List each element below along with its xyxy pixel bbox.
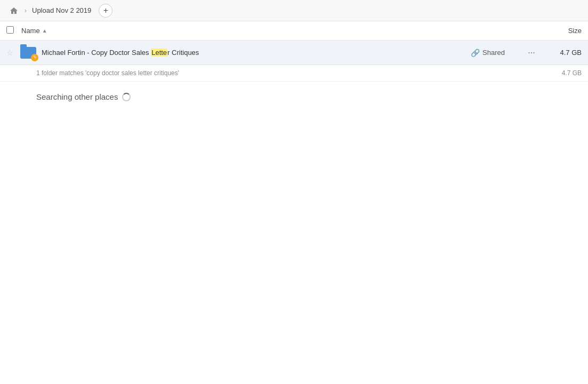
size-column-label: Size — [568, 27, 582, 35]
link-icon: 🔗 — [471, 49, 480, 57]
searching-row: Searching other places — [0, 82, 588, 107]
shared-badge: 🔗 Shared — [471, 49, 524, 57]
searching-label: Searching other places — [36, 92, 118, 101]
select-all-checkbox[interactable] — [6, 26, 14, 34]
file-name-before: Michael Fortin - Copy Doctor Sales — [42, 49, 151, 57]
file-name-after: r Critiques — [167, 49, 199, 57]
star-icon[interactable]: ☆ — [6, 49, 19, 57]
match-count-size: 4.7 GB — [562, 69, 582, 77]
breadcrumb-separator: › — [23, 7, 28, 14]
shared-label: Shared — [482, 49, 505, 57]
match-count-text: 1 folder matches 'copy doctor sales lett… — [36, 69, 179, 77]
file-name: Michael Fortin - Copy Doctor Sales Lette… — [42, 49, 471, 57]
name-column-header[interactable]: Name ▲ — [21, 27, 528, 35]
name-column-label: Name — [21, 27, 40, 35]
folder-icon: ✎ — [19, 44, 37, 62]
loading-spinner — [122, 93, 131, 101]
folder-tab — [20, 44, 27, 47]
folder-pencil-icon: ✎ — [31, 54, 38, 61]
column-headers: Name ▲ Size — [0, 21, 588, 41]
size-column-header[interactable]: Size — [528, 27, 582, 35]
select-all-checkbox-col — [6, 26, 21, 35]
header-bar: › Upload Nov 2 2019 + — [0, 0, 588, 21]
file-name-highlight: Lette — [151, 49, 167, 57]
add-button[interactable]: + — [99, 4, 112, 18]
match-count-row: 1 folder matches 'copy doctor sales lett… — [0, 65, 588, 82]
file-row[interactable]: ☆ ✎ Michael Fortin - Copy Doctor Sales L… — [0, 41, 588, 65]
breadcrumb-label: Upload Nov 2 2019 — [30, 6, 93, 14]
file-size: 4.7 GB — [539, 49, 582, 57]
home-button[interactable] — [6, 3, 21, 18]
sort-arrow-icon: ▲ — [42, 28, 47, 34]
more-options-button[interactable]: ··· — [524, 45, 539, 60]
